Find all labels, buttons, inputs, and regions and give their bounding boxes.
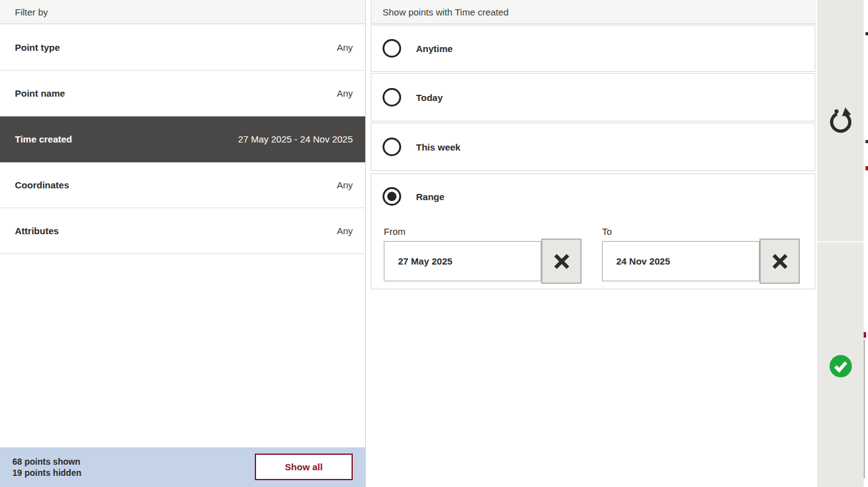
points-hidden-count: 19 points hidden bbox=[12, 467, 81, 478]
clipped-right-edge bbox=[864, 0, 868, 487]
filter-row-label: Point name bbox=[15, 88, 65, 99]
clipped-edge-mark bbox=[866, 32, 868, 35]
filter-row-value: Any bbox=[337, 180, 353, 190]
filter-row-value: Any bbox=[337, 42, 353, 53]
show-all-button[interactable]: Show all bbox=[255, 454, 353, 480]
filter-row-label: Point type bbox=[15, 42, 60, 53]
filter-row-label: Time created bbox=[15, 134, 72, 144]
clipped-edge-mark bbox=[866, 166, 868, 170]
option-label: Anytime bbox=[416, 43, 453, 54]
option-label: This week bbox=[416, 142, 461, 152]
option-anytime[interactable]: Anytime bbox=[371, 25, 815, 72]
from-clear-button[interactable] bbox=[541, 239, 582, 284]
to-date-input[interactable]: 24 Nov 2025 bbox=[602, 241, 760, 281]
filter-row-point-type[interactable]: Point type Any bbox=[0, 25, 365, 71]
option-range[interactable]: Range From 27 May 2025 To 24 Nov 2025 bbox=[371, 173, 815, 289]
clear-x-icon bbox=[771, 253, 789, 270]
filter-row-label: Attributes bbox=[15, 226, 59, 236]
reset-button[interactable] bbox=[817, 0, 864, 243]
from-field-group: From 27 May 2025 bbox=[384, 226, 598, 294]
radio-today[interactable] bbox=[383, 88, 401, 107]
radio-this-week[interactable] bbox=[383, 138, 401, 156]
points-shown-count: 68 points shown bbox=[12, 456, 81, 467]
radio-range[interactable] bbox=[383, 187, 401, 206]
confirm-button[interactable] bbox=[817, 245, 864, 487]
filter-row-value: Any bbox=[337, 88, 353, 99]
range-radio-row[interactable]: Range bbox=[383, 187, 445, 206]
to-clear-button[interactable] bbox=[760, 239, 800, 284]
radio-anytime[interactable] bbox=[383, 39, 401, 58]
to-label: To bbox=[602, 226, 816, 237]
filter-row-time-created[interactable]: Time created 27 May 2025 - 24 Nov 2025 bbox=[0, 116, 365, 162]
filter-row-value: 27 May 2025 - 24 Nov 2025 bbox=[238, 134, 353, 144]
filter-row-point-name[interactable]: Point name Any bbox=[0, 71, 365, 116]
action-sidebar bbox=[817, 0, 864, 487]
time-created-header: Show points with Time created bbox=[371, 0, 816, 24]
clear-x-icon bbox=[553, 253, 570, 270]
clipped-edge-mark bbox=[864, 332, 866, 338]
clipped-edge-line bbox=[864, 340, 865, 478]
filter-by-header: Filter by bbox=[0, 0, 365, 24]
from-date-value: 27 May 2025 bbox=[398, 256, 453, 266]
filter-row-attributes[interactable]: Attributes Any bbox=[0, 208, 365, 254]
clipped-edge-mark bbox=[866, 140, 868, 143]
filter-row-coordinates[interactable]: Coordinates Any bbox=[0, 162, 365, 208]
points-summary-bar: 68 points shown 19 points hidden Show al… bbox=[0, 447, 365, 487]
time-created-options-panel: Show points with Time created Anytime To… bbox=[371, 0, 816, 487]
option-label: Today bbox=[416, 92, 443, 103]
filter-row-value: Any bbox=[337, 226, 353, 236]
filter-by-panel: Filter by Point type Any Point name Any … bbox=[0, 0, 366, 487]
reset-icon bbox=[826, 107, 855, 135]
time-created-title: Show points with Time created bbox=[383, 7, 508, 17]
to-field-group: To 24 Nov 2025 bbox=[602, 226, 816, 294]
to-date-value: 24 Nov 2025 bbox=[616, 256, 670, 266]
filter-row-label: Coordinates bbox=[15, 180, 69, 190]
from-date-input[interactable]: 27 May 2025 bbox=[384, 241, 541, 281]
filter-by-title: Filter by bbox=[15, 7, 48, 17]
check-icon bbox=[829, 354, 852, 378]
option-label: Range bbox=[416, 191, 445, 202]
option-today[interactable]: Today bbox=[371, 73, 815, 121]
option-this-week[interactable]: This week bbox=[371, 123, 815, 171]
from-label: From bbox=[384, 226, 598, 237]
